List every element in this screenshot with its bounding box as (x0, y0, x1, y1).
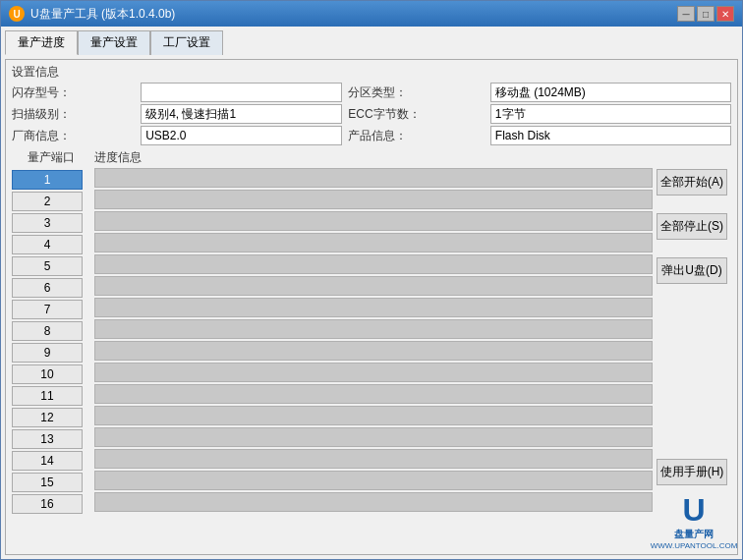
port-button-9[interactable]: 9 (12, 343, 83, 363)
port-button-14[interactable]: 14 (12, 451, 83, 471)
vendor-label: 厂商信息： (12, 128, 135, 144)
stop-all-button[interactable]: 全部停止(S) (657, 213, 727, 240)
section-title: 设置信息 (12, 64, 731, 81)
main-content: 量产进度 量产设置 工厂设置 设置信息 闪存型号： 分区类型： 移动盘 (102… (1, 27, 742, 559)
main-area: 量产端口 1 2 3 4 5 6 7 8 9 10 11 12 13 14 15 (12, 149, 731, 550)
tab-content-area: 设置信息 闪存型号： 分区类型： 移动盘 (1024MB) 扫描级别： 级别4,… (5, 59, 738, 555)
port-button-4[interactable]: 4 (12, 235, 83, 254)
port-button-8[interactable]: 8 (12, 321, 83, 341)
manual-button[interactable]: 使用手册(H) (657, 459, 727, 485)
product-label: 产品信息： (348, 128, 485, 144)
app-icon: U (9, 6, 25, 22)
logo-url: WWW.UPANTOOL.COM (651, 541, 738, 550)
progress-row-2 (94, 190, 653, 209)
ecc-value: 1字节 (490, 104, 731, 124)
progress-row-16 (94, 492, 653, 512)
port-button-1[interactable]: 1 (12, 170, 83, 190)
port-button-13[interactable]: 13 (12, 429, 83, 449)
progress-row-13 (94, 427, 653, 447)
port-button-16[interactable]: 16 (12, 494, 83, 514)
progress-row-15 (94, 471, 653, 490)
port-button-2[interactable]: 2 (12, 192, 83, 211)
progress-row-4 (94, 233, 653, 252)
progress-row-9 (94, 341, 653, 361)
progress-row-12 (94, 406, 653, 425)
scan-level-value: 级别4, 慢速扫描1 (141, 104, 342, 124)
progress-row-7 (94, 298, 653, 317)
close-button[interactable]: ✕ (716, 6, 734, 22)
minimize-button[interactable]: ─ (677, 6, 695, 22)
port-list-header: 量产端口 (12, 149, 90, 166)
start-all-button[interactable]: 全部开始(A) (657, 169, 727, 196)
progress-row-14 (94, 449, 653, 469)
progress-row-10 (94, 363, 653, 382)
partition-type-value: 移动盘 (1024MB) (490, 83, 731, 102)
vendor-value: USB2.0 (141, 126, 342, 145)
progress-row-1 (94, 168, 653, 188)
progress-header: 进度信息 (94, 149, 653, 166)
info-grid: 闪存型号： 分区类型： 移动盘 (1024MB) 扫描级别： 级别4, 慢速扫描… (12, 83, 731, 145)
port-list: 量产端口 1 2 3 4 5 6 7 8 9 10 11 12 13 14 15 (12, 149, 90, 550)
flash-type-label: 闪存型号： (12, 84, 135, 101)
restore-button[interactable]: □ (697, 6, 714, 22)
product-value: Flash Disk (490, 126, 731, 145)
progress-row-8 (94, 319, 653, 339)
main-window: U U盘量产工具 (版本1.0.4.0b) ─ □ ✕ 量产进度 量产设置 工厂… (0, 0, 743, 560)
tab-factory-settings[interactable]: 工厂设置 (150, 30, 223, 55)
logo-symbol: U (682, 493, 705, 528)
logo-brand: 盘量产网 (674, 528, 714, 541)
port-button-11[interactable]: 11 (12, 386, 83, 406)
progress-area: 进度信息 (94, 149, 653, 550)
right-buttons: 全部开始(A) 全部停止(S) 弹出U盘(D) 使用手册(H) U 盘量产网 W… (657, 149, 731, 550)
progress-row-5 (94, 254, 653, 274)
tab-production-progress[interactable]: 量产进度 (5, 30, 78, 55)
port-button-7[interactable]: 7 (12, 300, 83, 319)
port-button-15[interactable]: 15 (12, 473, 83, 492)
title-bar: U U盘量产工具 (版本1.0.4.0b) ─ □ ✕ (1, 1, 742, 27)
port-button-5[interactable]: 5 (12, 256, 83, 276)
progress-row-11 (94, 384, 653, 404)
partition-type-label: 分区类型： (348, 84, 485, 101)
window-title: U盘量产工具 (版本1.0.4.0b) (30, 6, 175, 23)
flash-type-value (141, 83, 342, 102)
progress-rows (94, 168, 653, 550)
progress-row-3 (94, 211, 653, 231)
port-button-12[interactable]: 12 (12, 408, 83, 427)
title-buttons: ─ □ ✕ (677, 6, 734, 22)
progress-row-6 (94, 276, 653, 296)
ecc-label: ECC字节数： (348, 106, 485, 123)
port-button-6[interactable]: 6 (12, 278, 83, 298)
eject-button[interactable]: 弹出U盘(D) (657, 257, 727, 284)
title-bar-left: U U盘量产工具 (版本1.0.4.0b) (9, 6, 175, 23)
port-button-3[interactable]: 3 (12, 213, 83, 233)
scan-level-label: 扫描级别： (12, 106, 135, 123)
tab-bar: 量产进度 量产设置 工厂设置 (5, 30, 738, 55)
tab-production-settings[interactable]: 量产设置 (78, 30, 150, 55)
port-button-10[interactable]: 10 (12, 364, 83, 384)
